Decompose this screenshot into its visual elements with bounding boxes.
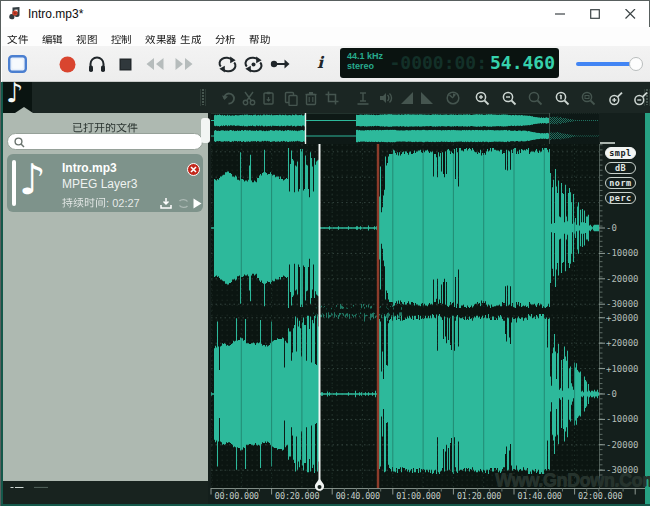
wave-region: -0-10000-20000-30000+30000+20000+10000-0…: [208, 113, 650, 504]
scale-label: -10000: [606, 248, 639, 258]
record-mix-icon[interactable]: [378, 91, 393, 106]
file-close-button[interactable]: [187, 163, 200, 176]
timeline-label: 00:40.000: [336, 491, 380, 501]
main-toolbar: i 44.1 kHz stereo -0000:00: 54.460: [2, 46, 650, 82]
file-play-icon[interactable]: [193, 198, 202, 209]
zoom-selection-icon[interactable]: [581, 91, 596, 106]
overview-scroll-grip[interactable]: [201, 118, 210, 143]
undo-icon[interactable]: [221, 91, 236, 106]
scale-label: -20000: [606, 440, 639, 450]
search-input[interactable]: [28, 135, 198, 148]
search-icon: [14, 137, 25, 148]
scale-label: -30000: [606, 299, 639, 309]
lcd-dim-digits: -0000:00:: [389, 52, 487, 73]
maximize-button[interactable]: [578, 1, 612, 27]
timeline-label: 00:00.000: [215, 491, 259, 501]
playhead-pin[interactable]: [313, 478, 326, 493]
scale-mode-smpl[interactable]: smpl: [605, 147, 636, 159]
app-icon: [8, 6, 23, 21]
volume-knob[interactable]: [629, 57, 643, 71]
file-item[interactable]: ♪ Intro.mp3 MPEG Layer3 : 02:27: [7, 154, 203, 212]
overview-right-handle[interactable]: [600, 142, 615, 144]
lcd-display: 44.1 kHz stereo -0000:00: 54.460: [340, 48, 559, 78]
music-note-icon: ♪: [6, 77, 23, 108]
scale-label: +20000: [606, 338, 639, 348]
title-bar: Intro.mp3*: [1, 1, 649, 27]
panel-notch: [15, 107, 33, 113]
sample-rate-label: 44.1 kHz: [347, 51, 383, 61]
menu-item-4[interactable]: [145, 30, 177, 45]
stop-button[interactable]: [119, 58, 132, 71]
file-format: MPEG Layer3: [62, 177, 137, 191]
timeline-label: 01:20.000: [457, 491, 501, 501]
rewind-button[interactable]: [145, 57, 165, 71]
zoom-out-icon[interactable]: [502, 91, 517, 106]
close-button[interactable]: [613, 1, 647, 27]
file-name: Intro.mp3: [62, 161, 117, 175]
watermark-text: Www.GnDown.Com: [495, 470, 650, 491]
vzoom-out-icon[interactable]: [634, 91, 649, 106]
cut-icon[interactable]: [242, 91, 257, 106]
gain-gauge-icon[interactable]: [446, 91, 461, 106]
delete-icon[interactable]: [304, 91, 319, 106]
menu-item-7[interactable]: [249, 30, 270, 45]
menu-item-1[interactable]: [42, 30, 63, 45]
amplitude-scale: -0-10000-20000-30000+30000+20000+10000-0…: [599, 144, 650, 504]
scale-label: -20000: [606, 274, 639, 284]
crop-icon[interactable]: [325, 91, 340, 106]
channels-label: stereo: [347, 61, 374, 71]
copy-icon[interactable]: [284, 91, 299, 106]
zoom-one-icon[interactable]: [555, 91, 570, 106]
vertical-scrollbar[interactable]: [645, 113, 650, 504]
scale-label: -0: [606, 223, 617, 233]
menu-item-6[interactable]: [215, 30, 236, 45]
app-window: Intro.mp3*: [0, 0, 650, 506]
fast-forward-button[interactable]: [174, 57, 194, 71]
waveform-main[interactable]: [211, 144, 599, 488]
edit-toolbar: ♪: [2, 82, 650, 113]
search-box[interactable]: [7, 133, 203, 150]
volume-slider[interactable]: [572, 46, 647, 82]
scale-mode-perc[interactable]: perc: [605, 192, 636, 204]
scale-label: -10000: [606, 414, 639, 424]
timeline-label: 01:40.000: [518, 491, 562, 501]
info-icon[interactable]: i: [317, 53, 327, 73]
menu-item-2[interactable]: [76, 30, 97, 45]
timeline-label: 01:00.000: [396, 491, 440, 501]
menu-item-5[interactable]: [180, 30, 201, 45]
timeline-label: 02:00.000: [578, 491, 622, 501]
menu-bar: [2, 27, 650, 46]
play-from-cursor-button[interactable]: [270, 58, 290, 70]
lcd-time-value: 54.460: [490, 52, 555, 73]
menu-item-3[interactable]: [111, 30, 132, 45]
caption-icon[interactable]: [356, 91, 371, 106]
scale-mode-dB[interactable]: dB: [605, 162, 636, 174]
file-save-icon[interactable]: [160, 198, 172, 209]
play-headphones-button[interactable]: [88, 55, 106, 73]
scale-label: +30000: [606, 313, 639, 323]
menu-item-0[interactable]: [7, 30, 28, 45]
minimize-button[interactable]: [543, 1, 577, 27]
file-accent-bar: [12, 160, 16, 206]
file-duration: : 02:27: [62, 193, 140, 211]
scale-mode-norm[interactable]: norm: [605, 177, 636, 189]
toolbar-grip[interactable]: [200, 89, 206, 106]
paste-icon[interactable]: [262, 91, 277, 106]
record-button[interactable]: [59, 56, 76, 73]
vzoom-in-icon[interactable]: [609, 91, 624, 106]
scale-label: +10000: [606, 364, 639, 374]
window-title: Intro.mp3*: [28, 7, 83, 21]
selection-tool-icon[interactable]: [8, 55, 27, 73]
zoom-all-icon[interactable]: [528, 91, 543, 106]
file-music-note-icon: ♪: [19, 155, 46, 204]
waveform-overview[interactable]: [211, 113, 599, 144]
files-panel: ♪ Intro.mp3 MPEG Layer3 : 02:27: [2, 113, 208, 481]
loop-playback-button[interactable]: [217, 56, 238, 73]
zoom-in-icon[interactable]: [475, 91, 490, 106]
scale-label: -0: [606, 389, 617, 399]
fade-out-icon[interactable]: [420, 91, 435, 106]
fade-in-icon[interactable]: [400, 91, 415, 106]
loop-selection-button[interactable]: [243, 56, 264, 73]
window-edge-left: [1, 82, 3, 506]
file-loop-icon[interactable]: [177, 198, 190, 209]
